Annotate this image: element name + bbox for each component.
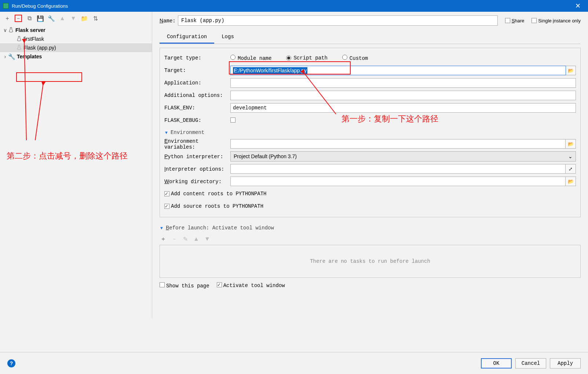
pycharm-icon — [3, 3, 9, 9]
name-input[interactable] — [178, 15, 498, 26]
tree-label: Flask server — [15, 27, 45, 33]
tree-node-flask-app[interactable]: Flask (app.py) — [0, 43, 152, 52]
down-icon[interactable]: ▼ — [70, 15, 77, 22]
target-label: Target: — [164, 68, 230, 73]
tree-label: firstFlask — [23, 36, 44, 42]
target-type-label: Target type: — [164, 55, 230, 61]
sort-icon[interactable]: ⇅ — [92, 15, 99, 22]
working-dir-label: Working directory: — [164, 178, 230, 185]
save-icon[interactable]: 💾 — [37, 15, 44, 22]
env-vars-input[interactable] — [230, 139, 566, 149]
annotation-step1: 第一步：复制一下这个路径 — [342, 113, 438, 124]
remove-task-icon[interactable]: － — [171, 235, 178, 243]
cancel-button[interactable]: Cancel — [515, 358, 546, 368]
before-launch-header[interactable]: ▼ Before launch: Activate tool window — [160, 225, 581, 231]
browse-env-icon[interactable]: 📂 — [566, 139, 576, 149]
flask-icon — [8, 27, 14, 33]
expand-icon[interactable]: ⤢ — [566, 164, 576, 174]
wrench-icon: 🔧 — [8, 53, 15, 60]
name-label: Name: — [160, 18, 178, 24]
close-icon[interactable]: ✕ — [570, 2, 585, 10]
folder-icon[interactable]: 📁 — [81, 15, 88, 22]
chevron-down-icon: ⌄ — [568, 153, 573, 159]
browse-workdir-icon[interactable]: 📂 — [566, 177, 576, 186]
radio-script-path[interactable]: Script path — [286, 55, 327, 61]
target-value: E:/PythonWork/firstFlask/app.py — [233, 67, 307, 74]
configuration-panel: Target type: Module name Script path Cus… — [160, 48, 581, 217]
up-icon[interactable]: ▲ — [59, 15, 66, 22]
additional-options-input[interactable] — [230, 91, 576, 100]
application-label: Application: — [164, 80, 230, 86]
interpreter-options-label: Interpreter options: — [164, 166, 230, 172]
radio-custom[interactable]: Custom — [342, 55, 368, 61]
share-checkbox[interactable]: Share — [505, 18, 525, 23]
copy-icon[interactable]: ⧉ — [26, 15, 33, 22]
tree-label: Templates — [17, 54, 42, 59]
python-interpreter-select[interactable]: Project Default (Python 3.7) ⌄ — [230, 151, 576, 161]
tree-label: Flask (app.py) — [23, 45, 56, 51]
single-instance-checkbox[interactable]: Single instance only — [532, 18, 581, 23]
tabs: Configuration Logs — [160, 31, 581, 44]
show-this-page-checkbox[interactable]: Show this page — [160, 282, 209, 289]
dialog-footer: ? OK Cancel Apply — [0, 352, 588, 374]
flask-icon — [16, 36, 22, 42]
radio-module-name[interactable]: Module name — [230, 55, 271, 61]
activate-tool-window-checkbox[interactable]: Activate tool window — [217, 282, 285, 289]
target-input[interactable]: E:/PythonWork/firstFlask/app.py — [230, 66, 566, 75]
working-dir-input[interactable] — [230, 177, 566, 186]
remove-icon[interactable]: － — [15, 15, 22, 22]
svg-line-1 — [35, 83, 43, 140]
collapse-icon: ▼ — [160, 226, 164, 230]
titlebar: Run/Debug Configurations ✕ — [0, 0, 588, 12]
sidebar: ＋ － ⧉ 💾 🔧 ▲ ▼ 📁 ⇅ ∨ Flask server fir — [0, 12, 152, 318]
flask-icon — [16, 45, 22, 51]
application-input[interactable] — [230, 78, 576, 88]
collapse-icon: ▼ — [164, 130, 168, 135]
env-vars-label: Environment variables: — [164, 138, 230, 150]
before-launch-tasks: There are no tasks to run before launch — [160, 245, 581, 278]
chevron-down-icon[interactable]: ∨ — [2, 27, 8, 33]
wrench-icon[interactable]: 🔧 — [48, 15, 55, 22]
interpreter-value: Project Default (Python 3.7) — [234, 153, 297, 159]
help-icon[interactable]: ? — [7, 359, 15, 367]
flask-env-input[interactable] — [230, 103, 576, 113]
flask-debug-checkbox[interactable] — [230, 117, 235, 123]
section-label: Environment — [171, 130, 204, 135]
tree-node-firstflask[interactable]: firstFlask — [0, 35, 152, 43]
main-panel: Name: Share Single instance only Configu… — [152, 12, 588, 318]
add-task-icon[interactable]: ＋ — [160, 235, 167, 243]
up-task-icon[interactable]: ▲ — [193, 235, 200, 243]
chevron-right-icon[interactable]: › — [2, 54, 8, 59]
python-interpreter-label: Python interpreter: — [164, 153, 230, 160]
edit-task-icon[interactable]: ✎ — [182, 235, 189, 243]
window-title: Run/Debug Configurations — [12, 3, 570, 9]
ok-button[interactable]: OK — [481, 358, 512, 368]
annotation-step2: 第二步：点击减号，删除这个路径 — [7, 150, 128, 161]
interpreter-options-input[interactable] — [230, 164, 566, 174]
additional-options-label: Additional options: — [164, 92, 230, 98]
browse-target-icon[interactable]: 📂 — [566, 66, 576, 75]
tree-node-templates[interactable]: › 🔧 Templates — [0, 52, 152, 61]
add-source-roots-label: Add source roots to PYTHONPATH — [171, 203, 263, 209]
add-content-roots-checkbox[interactable] — [164, 191, 169, 196]
add-source-roots-checkbox[interactable] — [164, 204, 169, 209]
config-tree: ∨ Flask server firstFlask Flask (app.py) — [0, 25, 152, 62]
add-content-roots-label: Add content roots to PYTHONPATH — [171, 191, 266, 197]
before-launch-toolbar: ＋ － ✎ ▲ ▼ — [160, 233, 581, 245]
sidebar-toolbar: ＋ － ⧉ 💾 🔧 ▲ ▼ 📁 ⇅ — [0, 12, 152, 25]
add-icon[interactable]: ＋ — [4, 15, 11, 22]
tree-node-flask-server[interactable]: ∨ Flask server — [0, 26, 152, 35]
apply-button[interactable]: Apply — [550, 358, 581, 368]
annotation-box — [16, 72, 82, 82]
tab-logs[interactable]: Logs — [214, 31, 241, 44]
tab-configuration[interactable]: Configuration — [160, 31, 214, 44]
flask-env-label: FLASK_ENV: — [164, 105, 230, 111]
flask-debug-label: FLASK_DEBUG: — [164, 117, 230, 123]
environment-section-header[interactable]: ▼ Environment — [164, 130, 576, 135]
down-task-icon[interactable]: ▼ — [204, 235, 211, 243]
before-launch-label: Before launch: Activate tool window — [166, 225, 274, 231]
